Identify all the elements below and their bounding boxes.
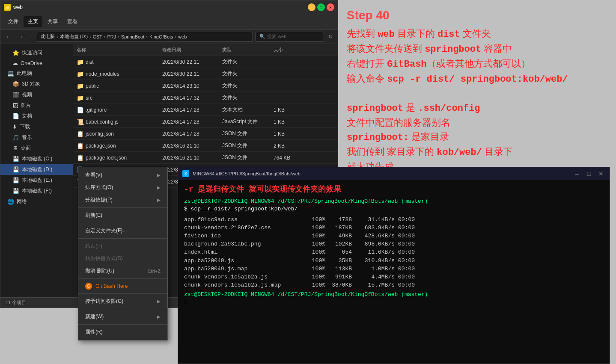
header-date[interactable]: 修改日期 [159, 46, 219, 54]
table-row[interactable]: 📋 jsconfig.json 2022/8/14 17:28 JSON 文件 … [73, 128, 338, 140]
file-name: public [86, 83, 99, 89]
file-date: 2022/8/14 17:28 [159, 130, 219, 138]
sidebar-item-quickaccess[interactable]: ⭐ 快速访问 [0, 47, 73, 58]
ctx-access[interactable]: 授予访问权限(G) ▶ [78, 295, 167, 308]
file-icon: 📁 [77, 59, 84, 65]
sidebar-item-drive-c[interactable]: 💾 本地磁盘 (C:) [0, 154, 73, 164]
transfer-pct: 100% [304, 224, 325, 232]
forward-button[interactable]: → [16, 33, 25, 41]
sidebar-item-network[interactable]: 🌐 网络 [0, 196, 73, 207]
address-path[interactable]: 此电脑 › 本地磁盘 (D:) › CST › PRJ › SpringBoot… [37, 32, 253, 42]
ctx-paste[interactable]: 粘贴(P) [78, 240, 167, 252]
terminal-close[interactable]: ✕ [597, 170, 605, 177]
sidebar-item-music[interactable]: 🎵 音乐 [0, 132, 73, 143]
table-row[interactable]: 📋 package-lock.json 2022/8/16 21:10 JSON… [73, 152, 338, 164]
terminal-command: $ scp -r dist/ springboot:kob/web/ [184, 206, 298, 212]
transfer-file: chunk-vendors.1c5a1b2a.js [184, 273, 304, 281]
terminal-minimize[interactable]: – [573, 170, 581, 177]
file-icon: 📁 [77, 95, 84, 101]
ctx-properties[interactable]: 属性(R) [78, 326, 167, 338]
minimize-button[interactable]: – [308, 3, 315, 11]
sidebar-item-video[interactable]: 🎬 视频 [0, 89, 73, 100]
transfer-size: 654 [325, 249, 355, 256]
transfer-size: 187KB [325, 224, 355, 232]
tab-view[interactable]: 查看 [63, 16, 82, 27]
sidebar-item-3d[interactable]: 📦 3D 对象 [0, 79, 73, 89]
file-size [270, 85, 304, 87]
sidebar-item-downloads[interactable]: ⬇ 下载 [0, 121, 73, 132]
table-row[interactable]: 📁 dist 2022/8/30 22:11 文件夹 [73, 56, 338, 68]
sidebar-item-documents[interactable]: 📄 文档 [0, 111, 73, 121]
transfer-pct: 100% [304, 216, 325, 224]
search-box[interactable]: 🔍 搜索 web [256, 32, 324, 42]
drive-d-icon: 💾 [12, 166, 19, 173]
ctx-customize[interactable]: 自定义文件夹(F)... [78, 225, 167, 237]
sidebar-label: 3D 对象 [22, 80, 40, 88]
step-title: Step 40 [347, 9, 607, 22]
transfer-pct: 100% [304, 232, 325, 240]
transfer-file: favicon.ico [184, 232, 304, 240]
file-icon: 📋 [77, 142, 84, 149]
table-row[interactable]: 📋 package.json 2022/8/16 21:10 JSON 文件 2… [73, 140, 338, 152]
terminal-maximize[interactable]: □ [585, 170, 593, 177]
table-row[interactable]: 📁 src 2022/8/14 17:32 文件夹 [73, 92, 338, 104]
ctx-group[interactable]: 分组依据(P) ▶ [78, 194, 167, 206]
table-row[interactable]: 📜 babel.config.js 2022/8/14 17:28 JavaSc… [73, 116, 338, 128]
transfer-time: 00:00 [398, 240, 415, 248]
sidebar-item-drive-e[interactable]: 💾 本地磁盘 (E:) [0, 175, 73, 186]
tab-home[interactable]: 主页 [24, 16, 42, 27]
file-name-cell: 📁 node_modules [73, 70, 159, 78]
sidebar-item-pictures[interactable]: 🖼 图片 [0, 100, 73, 111]
tab-share[interactable]: 共享 [43, 16, 62, 27]
sidebar-item-drive-f[interactable]: 💾 本地磁盘 (F:) [0, 186, 73, 196]
file-name: jsconfig.json [86, 131, 114, 137]
drive-e-icon: 💾 [12, 177, 19, 183]
maximize-button[interactable]: □ [317, 3, 325, 11]
header-name[interactable]: 名称 [73, 46, 159, 54]
close-button[interactable]: × [327, 3, 334, 11]
table-row[interactable]: 📄 .gitignore 2022/8/14 17:28 文本文档 1 KB [73, 104, 338, 116]
table-row[interactable]: 📁 public 2022/8/14 23:10 文件夹 [73, 80, 338, 92]
submenu-arrow: ▶ [157, 185, 161, 190]
sidebar-item-desktop[interactable]: 🖥 桌面 [0, 143, 73, 154]
terminal-body[interactable]: -r 是递归传文件 就可以实现传文件夹的效果 zst@DESKTOP-2ODKE… [178, 180, 610, 364]
up-button[interactable]: ↑ [28, 33, 34, 41]
ctx-refresh[interactable]: 刷新(E) [78, 209, 167, 222]
ctx-sort[interactable]: 排序方式(O) ▶ [78, 181, 167, 194]
ctx-new[interactable]: 新建(W) ▶ [78, 311, 167, 323]
sidebar-item-thispc[interactable]: 💻 此电脑 [0, 68, 73, 79]
ctx-undo[interactable]: 撤消 删除(U) Ctrl+Z [78, 265, 167, 277]
sidebar-item-drive-d[interactable]: 💾 本地磁盘 (D:) [0, 164, 73, 175]
transfer-speed: 11.6KB/s [355, 249, 398, 256]
terminal-window: $ MINGW64:/d/CST/PRJ/SpringBoot/KingOfBo… [178, 167, 610, 364]
transfer-size: 113KB [325, 265, 355, 273]
transfer-file: chunk-vendors.2186f2e7.css [184, 224, 304, 232]
file-name-cell: 📋 package-lock.json [73, 154, 159, 162]
transfer-file: app.ba520049.js [184, 257, 304, 265]
terminal-prompt1-line: zst@DESKTOP-2ODKEIQ MINGW64 /d/CST/PRJ/S… [184, 198, 604, 205]
refresh-button[interactable]: ↻ [327, 33, 334, 41]
header-size[interactable]: 大小 [270, 46, 304, 54]
ctx-git-bash[interactable]: ⬡ Git Bash Here [78, 280, 167, 292]
file-date: 2022/8/30 22:11 [159, 58, 219, 66]
ctx-view[interactable]: 查看(V) ▶ [78, 169, 167, 181]
transfer-time: 00:00 [398, 224, 415, 232]
transfer-time: 00:00 [398, 216, 415, 224]
context-menu: 查看(V) ▶ 排序方式(O) ▶ 分组依据(P) ▶ 刷新(E) 自定义文件夹… [78, 167, 168, 340]
back-button[interactable]: ← [4, 33, 13, 41]
table-row[interactable]: 📁 node_modules 2022/8/30 22:11 文件夹 [73, 68, 338, 80]
header-type[interactable]: 类型 [219, 46, 270, 54]
transfer-size: 49KB [325, 232, 355, 240]
transfer-time: 00:00 [398, 273, 415, 281]
3d-icon: 📦 [12, 81, 19, 87]
file-size [270, 73, 304, 75]
file-date: 2022/8/16 21:10 [159, 154, 219, 162]
drive-c-icon: 💾 [12, 156, 19, 162]
ctx-paste-shortcut[interactable]: 粘贴快捷方式(S) [78, 252, 167, 265]
list-item: favicon.ico 100% 49KB 428.6KB/s 00:00 [184, 232, 604, 240]
music-icon: 🎵 [12, 134, 19, 141]
sidebar-label: 桌面 [21, 145, 31, 152]
sidebar-item-onedrive[interactable]: ☁ OneDrive [0, 58, 73, 68]
tab-file[interactable]: 文件 [4, 16, 23, 27]
title-bar: 📁 web – □ × [0, 0, 338, 14]
